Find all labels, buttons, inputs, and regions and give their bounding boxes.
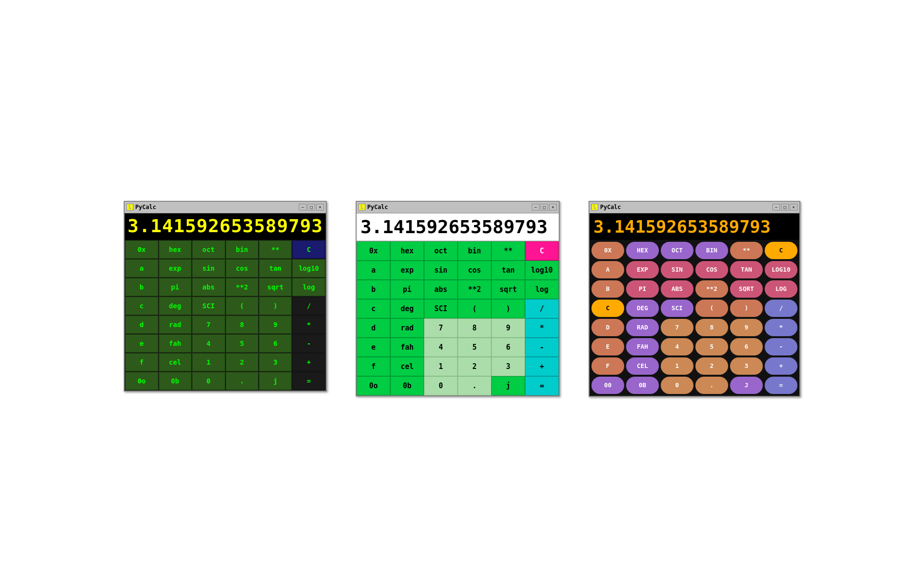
calc2-btn-log10[interactable]: log10 <box>525 261 559 280</box>
calc3-btn-B[interactable]: B <box>591 280 624 298</box>
calc1-btn-sqrt[interactable]: sqrt <box>259 278 292 296</box>
calc3-btn-0B[interactable]: 0B <box>626 377 659 394</box>
calc2-btn-a[interactable]: a <box>357 261 390 280</box>
calc3-btn-_[interactable]: ) <box>730 300 763 317</box>
calc1-btn-c[interactable]: c <box>125 297 158 315</box>
calc1-btn-tan[interactable]: tan <box>259 259 292 277</box>
calc2-btn-0o[interactable]: 0o <box>357 376 390 395</box>
calc1-btn-0x[interactable]: 0x <box>125 240 158 259</box>
calc1-btn-5[interactable]: 5 <box>226 334 258 353</box>
calc2-btn-log[interactable]: log <box>525 280 559 299</box>
minimize-btn-1[interactable]: − <box>299 204 307 210</box>
calc2-btn-j[interactable]: j <box>491 376 525 395</box>
maximize-btn-2[interactable]: □ <box>540 204 548 210</box>
calc1-btn-C[interactable]: C <box>292 240 325 259</box>
calc3-btn-A[interactable]: A <box>591 261 624 278</box>
calc1-btn-e[interactable]: e <box>125 334 158 353</box>
calc1-btn-__[interactable]: ** <box>259 240 292 259</box>
calc1-btn-0o[interactable]: 0o <box>125 372 158 390</box>
calc1-btn-_[interactable]: - <box>292 334 325 353</box>
calc2-btn-b[interactable]: b <box>357 280 390 299</box>
calc1-btn-abs[interactable]: abs <box>192 278 225 296</box>
calc2-btn-2[interactable]: 2 <box>458 357 491 376</box>
calc2-btn-d[interactable]: d <box>357 318 390 338</box>
calc2-btn-0x[interactable]: 0x <box>357 241 390 261</box>
close-btn-3[interactable]: × <box>790 204 797 210</box>
calc1-btn-_[interactable]: = <box>292 372 325 390</box>
calc1-btn-bin[interactable]: bin <box>226 240 258 259</box>
calc2-btn-__[interactable]: ** <box>491 241 525 261</box>
calc1-btn-log10[interactable]: log10 <box>292 259 325 277</box>
calc1-btn-_[interactable]: ( <box>226 297 258 315</box>
calc1-btn-7[interactable]: 7 <box>192 315 225 334</box>
calc1-btn-__2[interactable]: **2 <box>226 278 258 296</box>
calc1-btn-exp[interactable]: exp <box>159 259 192 277</box>
calc3-btn-COS[interactable]: COS <box>695 261 728 278</box>
calc3-btn-_[interactable]: . <box>695 377 728 394</box>
calc2-btn-__2[interactable]: **2 <box>458 280 491 299</box>
calc2-btn-oct[interactable]: oct <box>424 241 458 261</box>
calc1-btn-0b[interactable]: 0b <box>159 372 192 390</box>
calc2-btn-c[interactable]: c <box>357 299 390 318</box>
calc2-btn-exp[interactable]: exp <box>390 261 424 280</box>
calc2-btn-0[interactable]: 0 <box>424 376 458 395</box>
calc3-btn-EXP[interactable]: EXP <box>626 261 659 278</box>
calc2-btn-_[interactable]: - <box>525 338 559 357</box>
calc3-btn-SQRT[interactable]: SQRT <box>730 280 763 298</box>
calc2-btn-deg[interactable]: deg <box>390 299 424 318</box>
calc3-btn-_[interactable]: / <box>765 300 797 317</box>
calc3-btn-DEG[interactable]: DEG <box>626 300 659 317</box>
calc3-btn-_[interactable]: + <box>765 357 797 375</box>
calc3-btn-BIN[interactable]: BIN <box>695 242 728 259</box>
calc3-btn-C[interactable]: C <box>591 300 624 317</box>
calc2-btn-SCI[interactable]: SCI <box>424 299 458 318</box>
calc1-btn-0[interactable]: 0 <box>192 372 225 390</box>
calc2-btn-cel[interactable]: cel <box>390 357 424 376</box>
calc3-btn-LOG10[interactable]: LOG10 <box>765 261 797 278</box>
calc2-btn-cos[interactable]: cos <box>458 261 491 280</box>
calc3-btn-C[interactable]: C <box>765 242 797 259</box>
calc1-btn-fah[interactable]: fah <box>159 334 192 353</box>
maximize-btn-3[interactable]: □ <box>781 204 789 210</box>
calc1-btn-4[interactable]: 4 <box>192 334 225 353</box>
calc1-btn-_[interactable]: . <box>226 372 258 390</box>
calc3-btn-F[interactable]: F <box>591 357 624 375</box>
calc3-btn-0X[interactable]: 0X <box>591 242 624 259</box>
calc2-btn-e[interactable]: e <box>357 338 390 357</box>
calc3-btn-_[interactable]: = <box>765 377 797 394</box>
calc1-btn-sin[interactable]: sin <box>192 259 225 277</box>
calc2-btn-abs[interactable]: abs <box>424 280 458 299</box>
calc3-btn-HEX[interactable]: HEX <box>626 242 659 259</box>
calc1-btn-_[interactable]: ) <box>259 297 292 315</box>
calc3-btn-TAN[interactable]: TAN <box>730 261 763 278</box>
calc3-btn-RAD[interactable]: RAD <box>626 319 659 336</box>
calc3-btn-1[interactable]: 1 <box>661 357 693 375</box>
calc1-btn-pi[interactable]: pi <box>159 278 192 296</box>
calc2-btn-9[interactable]: 9 <box>491 318 525 338</box>
calc1-btn-SCI[interactable]: SCI <box>192 297 225 315</box>
calc3-btn-SCI[interactable]: SCI <box>661 300 693 317</box>
calc3-btn-6[interactable]: 6 <box>730 338 763 355</box>
calc2-btn-sqrt[interactable]: sqrt <box>491 280 525 299</box>
minimize-btn-2[interactable]: − <box>532 204 539 210</box>
calc3-btn-_[interactable]: - <box>765 338 797 355</box>
calc1-btn-1[interactable]: 1 <box>192 353 225 371</box>
calc3-btn-CEL[interactable]: CEL <box>626 357 659 375</box>
calc3-btn-0[interactable]: 0 <box>661 377 693 394</box>
calc1-btn-_[interactable]: / <box>292 297 325 315</box>
calc2-btn-_[interactable]: * <box>525 318 559 338</box>
calc2-btn-rad[interactable]: rad <box>390 318 424 338</box>
calc1-btn-cel[interactable]: cel <box>159 353 192 371</box>
calc2-btn-8[interactable]: 8 <box>458 318 491 338</box>
calc1-btn-cos[interactable]: cos <box>226 259 258 277</box>
maximize-btn-1[interactable]: □ <box>308 204 315 210</box>
calc1-btn-f[interactable]: f <box>125 353 158 371</box>
calc3-btn-_[interactable]: * <box>765 319 797 336</box>
calc2-btn-C[interactable]: C <box>525 241 559 261</box>
calc2-btn-0b[interactable]: 0b <box>390 376 424 395</box>
calc3-btn-__[interactable]: ** <box>730 242 763 259</box>
calc3-btn-00[interactable]: 00 <box>591 377 624 394</box>
calc1-btn-6[interactable]: 6 <box>259 334 292 353</box>
calc1-btn-2[interactable]: 2 <box>226 353 258 371</box>
calc2-btn-_[interactable]: ( <box>458 299 491 318</box>
